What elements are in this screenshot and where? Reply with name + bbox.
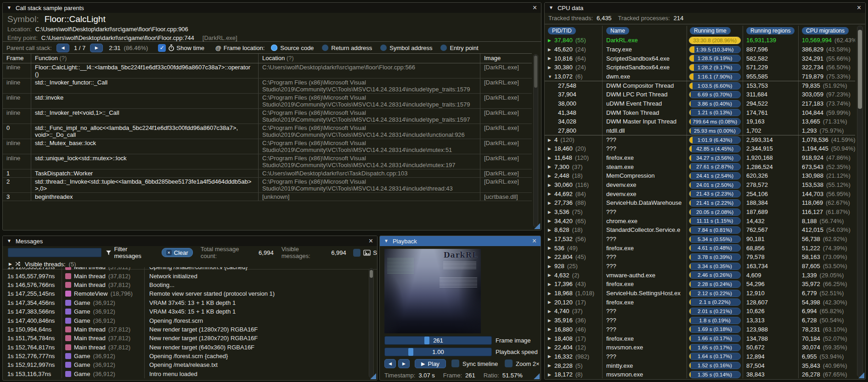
- messages-titlebar[interactable]: ▼ Messages ×: [3, 236, 377, 246]
- message-row[interactable]: 1s 152,764,817nsMain thread(37,812)New r…: [3, 343, 367, 352]
- radio-entry-point[interactable]: [440, 45, 447, 51]
- cpu-migrations-column-header[interactable]: CPU migrations: [802, 27, 849, 34]
- expander-icon[interactable]: ▶: [548, 336, 554, 341]
- messages-scrollbar[interactable]: [369, 268, 374, 378]
- radio-symbol-address[interactable]: [380, 45, 387, 51]
- running-time-text: 21.41 s (2.22%): [696, 200, 733, 206]
- close-icon[interactable]: ×: [532, 237, 536, 245]
- close-icon[interactable]: ×: [533, 4, 537, 11]
- message-row[interactable]: 1s 147,400,846nsGame(36,912)Opening /for…: [3, 316, 367, 325]
- callstack-scrollbar[interactable]: [533, 54, 538, 227]
- collapse-icon[interactable]: ▼: [384, 239, 389, 243]
- expander-icon[interactable]: ▶: [548, 237, 554, 242]
- collapse-icon[interactable]: ▼: [549, 6, 553, 10]
- running-regions-column-header[interactable]: Running regions: [746, 27, 795, 34]
- cpu-scrollbar[interactable]: [857, 26, 863, 377]
- callstack-page: 1 / 7: [74, 45, 85, 51]
- expander-icon[interactable]: ▶: [548, 228, 554, 232]
- running-regions-cell: 955,585: [743, 72, 798, 81]
- expander-icon[interactable]: ▶: [548, 354, 554, 359]
- expander-icon[interactable]: ▶: [548, 174, 554, 178]
- message-row[interactable]: 1s 152,912,997nsGame(36,912)Opening /met…: [3, 360, 367, 369]
- expander-icon[interactable]: ▶: [548, 47, 554, 52]
- message-row[interactable]: 1s 146,576,766nsMain thread(37,812)Booti…: [3, 281, 367, 289]
- pid-value: 30,060: [554, 181, 573, 188]
- expander-icon[interactable]: ▶: [548, 65, 554, 70]
- resize-grip[interactable]: [370, 373, 376, 379]
- expander-icon[interactable]: ▶: [548, 327, 554, 331]
- image-cell: [DarkRL.exe]: [480, 139, 532, 154]
- expander-icon[interactable]: ▶: [548, 164, 554, 169]
- show-images-checkbox[interactable]: [353, 249, 361, 257]
- expander-icon[interactable]: ▶: [548, 309, 554, 314]
- expander-icon[interactable]: ▶: [548, 156, 554, 160]
- scrollbar-thumb[interactable]: [370, 270, 373, 278]
- speed-slider[interactable]: 1.00: [384, 348, 492, 356]
- next-frame-button[interactable]: ▶: [398, 359, 410, 368]
- message-row[interactable]: 1s 147,354,456nsGame(36,912)VRAM 37x45: …: [3, 298, 367, 307]
- expander-icon[interactable]: ▶: [548, 219, 554, 223]
- message-row[interactable]: 1s 147,383,566nsGame(36,912)VRAM 43x45: …: [3, 307, 367, 316]
- expander-icon[interactable]: ▶: [548, 264, 554, 269]
- collapse-icon[interactable]: ▼: [7, 6, 11, 10]
- running-regions-cell: 12,910: [743, 289, 798, 298]
- function-cell: TaskDispatch::Worker: [31, 169, 259, 177]
- message-row[interactable]: 1s 151,754,784nsMain thread(37,812)New r…: [3, 334, 367, 343]
- thread-name: Main thread: [74, 335, 106, 342]
- filter-input[interactable]: [8, 248, 101, 257]
- zoom-checkbox[interactable]: [505, 360, 513, 367]
- expander-icon[interactable]: ▶: [548, 282, 554, 286]
- radio-return-address[interactable]: [322, 45, 328, 51]
- expander-icon[interactable]: ▶: [548, 372, 554, 377]
- close-icon[interactable]: ×: [369, 237, 373, 245]
- clear-button[interactable]: ✕ Clear: [162, 248, 193, 257]
- radio-source-code[interactable]: [271, 45, 277, 51]
- message-row[interactable]: 1s 150,994,64nsMain thread(37,812)New re…: [3, 325, 367, 334]
- resize-grip[interactable]: [534, 223, 540, 229]
- message-row[interactable]: 1s 147,255,145nsRemoteView(18,796)Remote…: [3, 289, 367, 298]
- collapse-icon[interactable]: ▼: [7, 239, 11, 243]
- expander-icon[interactable]: ▶: [548, 255, 554, 259]
- tracked-threads-label: Tracked threads:: [548, 15, 593, 22]
- next-callstack-button[interactable]: ▶: [90, 44, 103, 52]
- pid-column-header[interactable]: PID/TID: [548, 27, 576, 34]
- message-row[interactable]: 1s 153,116,37nsGame(36,912)Intro menu lo…: [3, 370, 367, 378]
- scrollbar-thumb[interactable]: [534, 56, 537, 88]
- expander-icon[interactable]: ▶: [548, 300, 554, 304]
- message-row[interactable]: 1s 152,776,777nsGame(36,912)Opening /for…: [3, 352, 367, 360]
- expander-icon[interactable]: ▶: [548, 246, 554, 250]
- play-button[interactable]: ▶ Play: [415, 359, 446, 368]
- expander-icon[interactable]: ▶: [548, 201, 554, 205]
- expander-icon[interactable]: ▶: [548, 318, 554, 323]
- expander-icon[interactable]: ▶: [548, 56, 554, 61]
- expander-icon[interactable]: ▶: [548, 345, 554, 350]
- expander-icon[interactable]: ▶: [548, 146, 554, 151]
- close-icon[interactable]: ×: [857, 4, 861, 11]
- message-row[interactable]: 1s 145,557,997nsMain thread(37,812)Netwo…: [3, 271, 367, 280]
- process-name-cell: MemCompression: [602, 171, 687, 180]
- expander-icon[interactable]: ▶: [548, 138, 554, 142]
- sync-timeline-checkbox[interactable]: [451, 360, 459, 367]
- running-time-column-header[interactable]: Running time: [690, 27, 731, 34]
- cpu-titlebar[interactable]: ▼ CPU data ×: [545, 3, 865, 13]
- message-row[interactable]: 1s 120,335,272nsMain thread(37,812)Openi…: [3, 267, 367, 271]
- expander-icon[interactable]: ▶: [548, 363, 554, 368]
- expander-icon[interactable]: ▶: [548, 273, 554, 277]
- show-time-checkbox[interactable]: ✓: [158, 44, 166, 52]
- callstack-titlebar[interactable]: ▼ Call stack sample parents ×: [3, 3, 541, 13]
- resize-grip[interactable]: [858, 372, 864, 378]
- expander-icon[interactable]: ▶: [548, 210, 554, 214]
- frame-slider[interactable]: 261: [384, 336, 492, 345]
- expander-icon[interactable]: ▶: [548, 291, 554, 296]
- expander-icon[interactable]: ▶: [548, 183, 554, 187]
- resize-grip[interactable]: [534, 373, 540, 379]
- expander-icon[interactable]: ▶: [548, 38, 554, 43]
- name-column-header[interactable]: Name: [606, 27, 629, 34]
- expand-icon[interactable]: ▶: [9, 262, 12, 266]
- scrollbar-thumb[interactable]: [858, 30, 862, 109]
- expander-icon[interactable]: ▼: [548, 74, 554, 79]
- playback-titlebar[interactable]: ▼ Playback ×: [380, 236, 541, 246]
- prev-frame-button[interactable]: ◀: [384, 359, 396, 368]
- expander-icon[interactable]: ▶: [548, 191, 554, 196]
- prev-callstack-button[interactable]: ◀: [56, 44, 69, 52]
